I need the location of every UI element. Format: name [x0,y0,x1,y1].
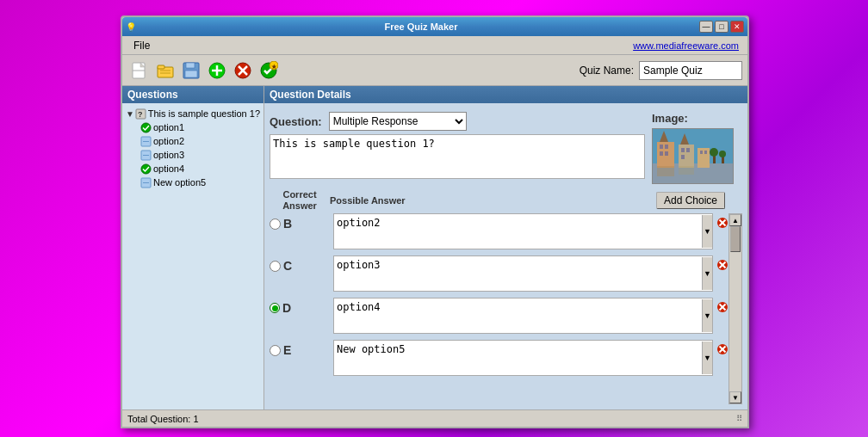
tree-root-item[interactable]: ▼ ? This is sample question 1? [126,107,260,120]
open-button[interactable] [153,59,177,82]
choice-e-input-wrap: New option5 ▼ [333,340,713,379]
choice-d-input-wrap: option4 ▼ [333,298,713,336]
website-link[interactable]: www.mediafreeware.com [633,40,744,51]
close-button[interactable]: ✕ [730,21,744,33]
table-row: D option4 ▼ [270,298,728,336]
choice-b-scrollbar: ▼ [702,215,712,248]
choice-d-radio-visual[interactable] [270,303,280,313]
window-title: Free Quiz Maker [143,22,699,32]
choice-e-radio-area: E [270,340,330,357]
option-icon [140,149,152,161]
option-label: option2 [153,136,184,146]
choice-e-delete[interactable] [716,340,728,358]
option-check-icon [140,121,152,133]
possible-answer-header: Possible Answer [330,195,656,206]
add-question-button[interactable] [205,59,229,82]
svg-rect-8 [186,63,195,68]
tree-children: option1 option2 [140,120,260,189]
menu-bar: File www.mediafreeware.com [122,36,747,55]
add-icon [208,61,226,80]
scrollbar-track [729,226,741,391]
choice-c-radio-area: C [270,255,330,273]
svg-point-46 [710,148,718,157]
choice-c-input-wrap: option3 ▼ [333,255,713,294]
scrollbar-down-arrow[interactable]: ▼ [729,391,741,403]
image-label: Image: [652,112,742,125]
file-menu[interactable]: File [126,37,158,54]
list-item[interactable]: option1 [140,120,260,134]
new-button[interactable] [127,59,152,82]
save-icon [182,61,201,80]
scrollbar-up-arrow[interactable]: ▲ [729,214,741,226]
add-choice-button[interactable]: Add Choice [656,192,725,209]
delete-button[interactable] [231,59,255,82]
delete-choice-e-icon[interactable] [716,343,728,355]
svg-rect-47 [722,157,724,163]
window-controls: — □ ✕ [699,21,744,33]
question-text-input[interactable]: This is sample question 1? [270,134,645,179]
correct-answer-header: CorrectAnswer [270,189,330,212]
questions-panel-header: Questions [122,86,264,103]
svg-rect-50 [679,166,694,175]
scrollbar-thumb[interactable] [730,226,741,252]
svg-rect-32 [660,145,663,149]
expand-icon[interactable]: ▼ [126,109,135,119]
choice-d-radio-area: D [270,298,330,315]
app-icon: 💡 [126,22,143,32]
choice-b-radio-area: B [270,213,330,231]
choice-c-radio[interactable] [270,261,281,272]
choices-area: CorrectAnswer Possible Answer Add Choice… [270,189,742,404]
list-item[interactable]: option4 [140,162,260,175]
option-label: option1 [153,122,184,132]
status-bar: Total Question: 1 ⠿ [122,409,747,427]
choice-e-scrollbar: ▼ [702,342,712,374]
choice-d-delete[interactable] [716,298,728,316]
new-icon [130,61,149,80]
maximize-button[interactable]: □ [715,21,728,33]
choice-b-textarea[interactable]: option2 [333,213,713,249]
quiz-name-input[interactable] [639,61,742,80]
svg-rect-43 [700,151,703,154]
delete-choice-d-icon[interactable] [716,301,728,313]
vertical-scrollbar[interactable]: ▲ ▼ [728,213,742,404]
choice-b-delete[interactable] [716,213,728,231]
choice-e-textarea[interactable]: New option5 [333,340,713,376]
choice-c-scrollbar: ▼ [702,257,712,290]
option-label: option4 [153,163,184,174]
approve-button[interactable]: ★ [257,59,281,82]
tree-view: ▼ ? This is sample question 1? [122,103,264,409]
svg-rect-38 [681,148,685,152]
questions-panel: Questions ▼ ? This is sample question 1? [122,86,264,409]
svg-point-48 [719,151,726,157]
choice-d-textarea[interactable]: option4 [333,298,713,334]
choice-b-letter: B [283,217,292,231]
svg-rect-44 [704,151,707,154]
choice-d-scrollbar: ▼ [702,299,712,332]
delete-choice-c-icon[interactable] [716,259,728,271]
list-item[interactable]: option3 [140,148,260,162]
choices-header: CorrectAnswer Possible Answer Add Choice [270,189,742,212]
svg-rect-4 [158,65,164,69]
quiz-name-label: Quiz Name: [580,65,634,77]
list-item[interactable]: New option5 [140,175,260,189]
list-item[interactable]: option2 [140,134,260,148]
svg-text:?: ? [138,110,143,119]
choice-b-radio[interactable] [270,218,281,230]
svg-rect-35 [665,151,668,156]
choice-c-delete[interactable] [716,255,728,274]
svg-point-21 [141,123,151,132]
question-type-select[interactable]: Multiple Response Multiple Choice True/F… [329,112,467,131]
svg-rect-34 [660,151,663,156]
choice-e-radio[interactable] [270,345,281,356]
choices-list: B option2 ▼ [270,213,728,404]
choice-c-textarea[interactable]: option3 [333,255,713,292]
image-panel: Image: [652,112,742,184]
minimize-button[interactable]: — [699,21,713,33]
resize-handle: ⠿ [736,414,742,423]
option-label: option3 [153,150,184,160]
question-icon: ? [135,108,146,120]
svg-rect-39 [686,148,690,152]
save-button[interactable] [179,59,203,82]
delete-choice-b-icon[interactable] [716,217,728,229]
quiz-name-area: Quiz Name: [580,61,742,80]
